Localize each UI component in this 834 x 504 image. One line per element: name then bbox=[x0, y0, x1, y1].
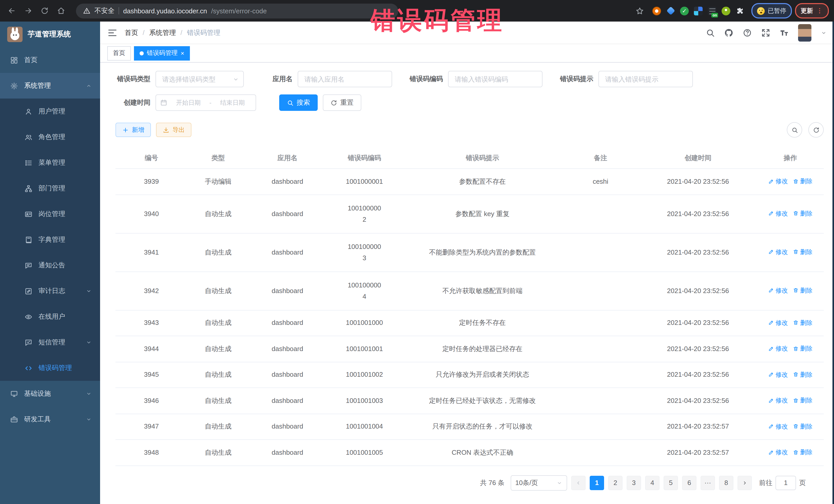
sidebar-item-dict-management[interactable]: 字典管理 bbox=[0, 227, 100, 253]
app-logo[interactable]: 芋道管理系统 bbox=[0, 22, 100, 47]
sidebar-item-role-management[interactable]: 角色管理 bbox=[0, 124, 100, 150]
collapse-sidebar-button[interactable] bbox=[107, 27, 117, 38]
edit-link[interactable]: 修改 bbox=[768, 370, 788, 379]
page-button-3[interactable]: 3 bbox=[627, 476, 641, 490]
extension-orange-circle-icon[interactable] bbox=[652, 6, 661, 15]
sidebar-item-label: 错误码管理 bbox=[39, 364, 92, 373]
extension-blue-gem-icon[interactable] bbox=[666, 6, 675, 15]
table-row: 3946自动生成dashboard1001001003定时任务已经处于该状态，无… bbox=[115, 388, 824, 414]
page-button-6[interactable]: 6 bbox=[682, 476, 697, 490]
back-button[interactable] bbox=[5, 4, 19, 18]
delete-link[interactable]: 删除 bbox=[793, 447, 812, 457]
forward-button[interactable] bbox=[22, 4, 35, 18]
page-button-4[interactable]: 4 bbox=[645, 476, 659, 490]
sidebar-item-menu-management[interactable]: 菜单管理 bbox=[0, 150, 100, 176]
sidebar-item-home[interactable]: 首页 bbox=[0, 47, 100, 73]
extension-grid-icon[interactable] bbox=[694, 6, 703, 15]
delete-link[interactable]: 删除 bbox=[793, 209, 812, 218]
sidebar-item-infrastructure[interactable]: 基础设施 bbox=[0, 381, 100, 407]
edit-link[interactable]: 修改 bbox=[768, 247, 788, 257]
page-button-1[interactable]: 1 bbox=[590, 476, 604, 490]
delete-link[interactable]: 删除 bbox=[793, 247, 812, 257]
start-date-input[interactable] bbox=[169, 99, 207, 106]
refresh-icon bbox=[331, 99, 337, 106]
sidebar-item-notice-announcement[interactable]: 通知公告 bbox=[0, 253, 100, 278]
cell-app: dashboard bbox=[249, 233, 326, 271]
delete-link[interactable]: 删除 bbox=[793, 422, 812, 431]
delete-link[interactable]: 删除 bbox=[793, 318, 812, 327]
chevron-down-icon[interactable] bbox=[821, 29, 827, 36]
github-icon[interactable] bbox=[724, 28, 733, 37]
page-ellipsis[interactable]: ··· bbox=[701, 476, 715, 490]
prev-page-button[interactable] bbox=[571, 476, 586, 490]
end-date-input[interactable] bbox=[214, 99, 251, 106]
edit-link[interactable]: 修改 bbox=[768, 318, 788, 327]
error-code-input[interactable] bbox=[448, 75, 542, 83]
page-button-2[interactable]: 2 bbox=[608, 476, 622, 490]
extension-green-check-icon[interactable] bbox=[680, 6, 689, 15]
extension-key-icon[interactable] bbox=[722, 6, 730, 15]
page-button-8[interactable]: 8 bbox=[719, 476, 733, 490]
refresh-table-button[interactable] bbox=[808, 122, 824, 137]
search-icon[interactable] bbox=[706, 28, 715, 37]
error-type-select[interactable] bbox=[155, 71, 244, 87]
edit-link[interactable]: 修改 bbox=[768, 344, 788, 353]
close-icon[interactable]: × bbox=[181, 50, 184, 56]
export-button[interactable]: 导出 bbox=[156, 123, 192, 137]
error-hint-input[interactable] bbox=[599, 75, 692, 83]
more-menu-icon[interactable] bbox=[816, 7, 823, 14]
breadcrumb-item[interactable]: 系统管理 bbox=[149, 28, 176, 37]
page-size-select[interactable]: 10条/页 bbox=[511, 475, 567, 490]
browser-update-button[interactable]: 更新 bbox=[795, 3, 829, 19]
error-type-select-input[interactable] bbox=[156, 75, 233, 83]
sidebar-item-dept-management[interactable]: 部门管理 bbox=[0, 176, 100, 201]
star-icon bbox=[635, 6, 644, 15]
sidebar-item-audit-log[interactable]: 审计日志 bbox=[0, 278, 100, 304]
edit-link[interactable]: 修改 bbox=[768, 396, 788, 405]
create-time-range[interactable]: - bbox=[155, 94, 256, 111]
bookmark-star-button[interactable] bbox=[634, 5, 645, 17]
delete-link[interactable]: 删除 bbox=[793, 286, 812, 295]
user-avatar[interactable] bbox=[798, 24, 811, 41]
app-name-input[interactable] bbox=[298, 75, 392, 83]
edit-link[interactable]: 修改 bbox=[768, 209, 788, 218]
toggle-search-button[interactable] bbox=[787, 122, 802, 137]
edit-link[interactable]: 修改 bbox=[768, 447, 788, 457]
reload-button[interactable] bbox=[38, 4, 51, 18]
cell-operations: 修改删除 bbox=[757, 362, 824, 388]
edit-link[interactable]: 修改 bbox=[768, 286, 788, 295]
font-size-icon[interactable] bbox=[780, 28, 789, 37]
add-button[interactable]: 新增 bbox=[115, 123, 151, 137]
next-page-button[interactable] bbox=[738, 476, 752, 490]
address-bar[interactable]: 不安全 dashboard.yudao.iocoder.cn/system/er… bbox=[76, 3, 398, 18]
sidebar-item-error-code-management[interactable]: 错误码管理 bbox=[0, 355, 100, 381]
paused-extension-badge[interactable]: 已暂停 bbox=[751, 3, 792, 19]
tab-home[interactable]: 首页 bbox=[107, 46, 131, 60]
tab-error-code[interactable]: 错误码管理× bbox=[134, 46, 190, 60]
help-icon[interactable] bbox=[743, 28, 752, 37]
delete-link[interactable]: 删除 bbox=[793, 177, 812, 186]
reset-button[interactable]: 重置 bbox=[323, 94, 361, 111]
edit-link[interactable]: 修改 bbox=[768, 422, 788, 431]
sidebar-item-dev-tools[interactable]: 研发工具 bbox=[0, 407, 100, 432]
delete-link[interactable]: 删除 bbox=[793, 370, 812, 379]
sidebar-item-online-user[interactable]: 在线用户 bbox=[0, 304, 100, 329]
chevron-down-icon bbox=[86, 391, 92, 397]
edit-link[interactable]: 修改 bbox=[768, 177, 788, 186]
goto-page-input[interactable] bbox=[775, 476, 796, 490]
home-button[interactable] bbox=[54, 4, 68, 18]
search-button[interactable]: 搜索 bbox=[279, 94, 318, 111]
delete-link[interactable]: 删除 bbox=[793, 396, 812, 405]
cell-id: 3947 bbox=[115, 414, 187, 440]
sidebar-item-system-management[interactable]: 系统管理 bbox=[0, 73, 100, 98]
sidebar-item-user-management[interactable]: 用户管理 bbox=[0, 98, 100, 124]
delete-link[interactable]: 删除 bbox=[793, 344, 812, 353]
extensions-puzzle-icon[interactable] bbox=[736, 6, 744, 15]
sidebar-item-sms-management[interactable]: 短信管理 bbox=[0, 329, 100, 355]
fullscreen-icon[interactable] bbox=[761, 28, 770, 37]
cell-operations: 修改删除 bbox=[757, 414, 824, 440]
page-button-5[interactable]: 5 bbox=[664, 476, 678, 490]
breadcrumb-item[interactable]: 首页 bbox=[125, 28, 138, 37]
extension-switch-icon[interactable]: on bbox=[708, 6, 717, 15]
sidebar-item-post-management[interactable]: 岗位管理 bbox=[0, 201, 100, 227]
